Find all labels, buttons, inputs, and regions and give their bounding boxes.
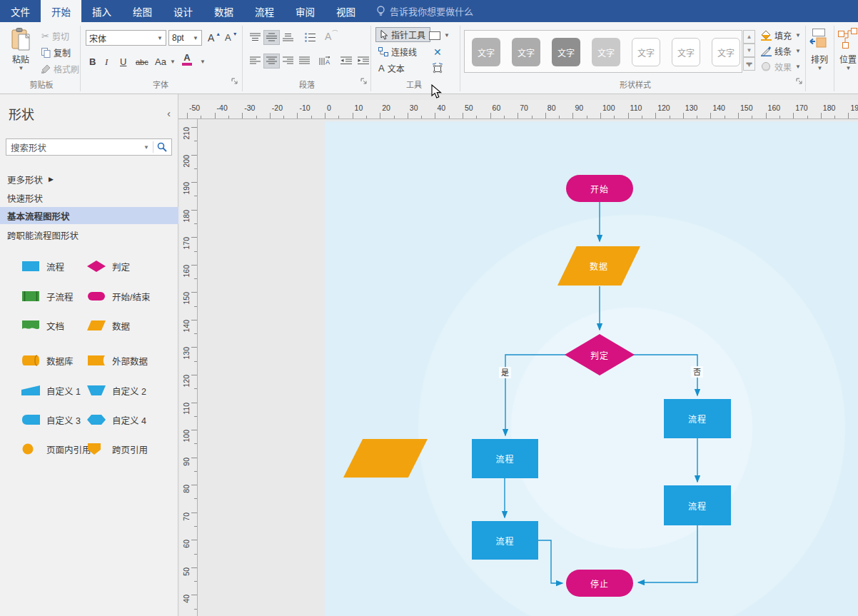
align-center-button[interactable] [263, 54, 280, 69]
stencil-shape-terminator[interactable]: 开始/结束 [87, 286, 150, 306]
shape-style-swatch-3[interactable]: 文字 [592, 38, 620, 66]
stencil-shape-subprocess[interactable]: 子流程 [21, 286, 74, 306]
connector-decision-yes[interactable] [505, 355, 566, 435]
multiselect-tool-button[interactable]: ✕ [431, 44, 444, 59]
search-dropdown-arrow[interactable]: ▼ [143, 144, 149, 151]
stencil-shape-label: 数据 [112, 319, 130, 333]
shape-style-swatch-1[interactable]: 文字 [512, 38, 540, 66]
stencil-menu-item-1[interactable]: 快速形状 [0, 190, 178, 206]
font-name-combobox[interactable]: 宋体 ▼ [86, 30, 166, 46]
text-direction-button[interactable]: A [317, 54, 333, 69]
ribbon-tab-8[interactable]: 视图 [325, 0, 366, 22]
stencil-shape-custom-3[interactable]: 自定义 3 [21, 410, 81, 430]
stencil-menu-item-0[interactable]: 更多形状▶ [0, 171, 178, 187]
flowchart-process-node-left-1[interactable]: 流程 [472, 439, 538, 478]
bullets-button[interactable] [303, 30, 318, 45]
stencil-shape-process[interactable]: 流程 [21, 256, 64, 276]
align-middle-icon [266, 33, 277, 42]
drawing-canvas[interactable]: + -50-40-30-20-1001020304050607080901001… [178, 94, 858, 616]
line-button[interactable]: 线条▼ [761, 45, 801, 57]
stencil-shape-decision[interactable]: 判定 [87, 256, 130, 276]
stencil-shape-custom-2[interactable]: 自定义 2 [87, 380, 146, 400]
strikethrough-button[interactable]: abc [133, 54, 151, 69]
shape-style-swatch-5[interactable]: 文字 [672, 38, 700, 66]
arrange-button[interactable]: 排列 ▼ [807, 28, 832, 71]
shape-styles-dialog-launcher[interactable] [796, 77, 804, 86]
text-block-tool-button[interactable] [430, 61, 445, 76]
ribbon-tab-4[interactable]: 设计 [163, 0, 203, 22]
connector-process-to-stop-right[interactable] [638, 525, 697, 582]
stencil-shape-custom-1[interactable]: 自定义 1 [21, 380, 81, 400]
align-left-button[interactable] [248, 54, 263, 69]
connector-tool-button[interactable]: 连接线 [376, 44, 419, 59]
flowchart-process-node-right-2[interactable]: 流程 [664, 485, 731, 525]
paste-button[interactable]: 粘贴 ▼ [6, 28, 36, 71]
stencil-shape-label: 自定义 3 [46, 413, 81, 427]
align-middle-button[interactable] [263, 30, 280, 45]
increase-indent-button[interactable] [355, 54, 371, 69]
shape-style-swatch-4[interactable]: 文字 [632, 38, 660, 66]
gallery-scroll-up-button[interactable]: ▲ [743, 30, 755, 44]
italic-button[interactable]: I [103, 54, 110, 69]
shape-style-swatch-2[interactable]: 文字 [552, 38, 580, 66]
ribbon-tab-6[interactable]: 流程 [244, 0, 285, 22]
text-effects-button[interactable]: A⌒ [323, 29, 340, 44]
ribbon-tab-7[interactable]: 审阅 [285, 0, 325, 22]
collapse-panel-chevron[interactable]: ‹ [167, 107, 171, 119]
pointer-tool-button[interactable]: 指针工具 [375, 27, 430, 42]
format-painter-button[interactable]: 格式刷 [39, 61, 81, 76]
connector-process-to-stop-left[interactable] [538, 540, 562, 583]
ribbon-tab-3[interactable]: 绘图 [122, 0, 163, 22]
justify-button[interactable] [297, 54, 312, 69]
stencil-shape-data[interactable]: 数据 [87, 315, 130, 335]
stencil-shape-custom-4[interactable]: 自定义 4 [87, 410, 146, 430]
copy-label: 复制 [54, 46, 71, 59]
gallery-scroll-down-button[interactable]: ▼ [743, 44, 755, 57]
shape-style-swatch-0[interactable]: 文字 [472, 38, 500, 66]
text-tool-button[interactable]: A 文本 [376, 61, 407, 76]
decrease-indent-button[interactable] [338, 54, 354, 69]
shrink-font-button[interactable]: A▼ [223, 30, 240, 45]
gallery-expand-button[interactable]: ▬▼ [743, 57, 755, 71]
stencil-shape-database[interactable]: 数据库 [21, 350, 74, 370]
flowchart-process-node-right-1[interactable]: 流程 [664, 399, 731, 438]
ribbon-tab-2[interactable]: 插入 [81, 0, 122, 22]
font-dialog-launcher[interactable] [231, 77, 240, 86]
grow-font-button[interactable]: A▲ [206, 30, 223, 45]
search-icon[interactable] [157, 142, 167, 152]
stencil-shape-document[interactable]: 文档 [21, 315, 64, 335]
stencil-menu-item-2[interactable]: 基本流程图形状 [0, 207, 178, 224]
ribbon-tab-5[interactable]: 数据 [203, 0, 244, 22]
paragraph-dialog-launcher[interactable] [360, 77, 369, 86]
connector-decision-no[interactable] [633, 355, 697, 395]
font-color-button[interactable]: A [180, 53, 194, 68]
position-button[interactable]: 位置 ▼ [836, 28, 858, 71]
align-top-button[interactable] [248, 30, 263, 45]
shape-tool-dropdown[interactable]: ▼ [427, 28, 452, 43]
cut-button[interactable]: ✂ 剪切 [39, 29, 71, 44]
copy-button[interactable]: 复制 [39, 45, 73, 60]
stencil-menu-item-3[interactable]: 跨职能流程图形状 [0, 227, 178, 243]
flowchart-start-node[interactable]: 开始 [566, 175, 633, 202]
font-color-dropdown[interactable]: ▼ [197, 54, 208, 69]
case-glyph: Aa [155, 56, 166, 67]
align-bottom-button[interactable] [281, 30, 296, 45]
stencil-shape-off-page-reference[interactable]: 跨页引用 [87, 439, 148, 459]
font-size-combobox[interactable]: 8pt ▼ [168, 30, 202, 46]
search-shapes-box[interactable]: 搜索形状 ▼ [6, 138, 172, 156]
stencil-shape-external-data[interactable]: 外部数据 [87, 350, 148, 370]
shape-style-swatch-6[interactable]: 文字 [712, 38, 740, 66]
underline-button[interactable]: U [118, 54, 128, 69]
flowchart-process-node-left-2[interactable]: 流程 [472, 521, 538, 560]
align-right-button[interactable] [281, 54, 296, 69]
search-input[interactable]: 搜索形状 [6, 141, 143, 154]
effects-button[interactable]: 效果▼ [761, 61, 801, 73]
tell-me-box[interactable]: 告诉我你想要做什么 [366, 0, 473, 22]
ribbon-tab-1[interactable]: 开始 [41, 0, 81, 22]
fill-button[interactable]: 填充▼ [761, 29, 801, 41]
bold-button[interactable]: B [87, 54, 98, 69]
stencil-shape-on-page-reference[interactable]: 页面内引用 [21, 439, 91, 459]
change-case-button[interactable]: Aa▼ [153, 54, 178, 69]
flowchart-stop-node[interactable]: 停止 [566, 570, 633, 597]
ribbon-tab-0[interactable]: 文件 [0, 0, 41, 22]
